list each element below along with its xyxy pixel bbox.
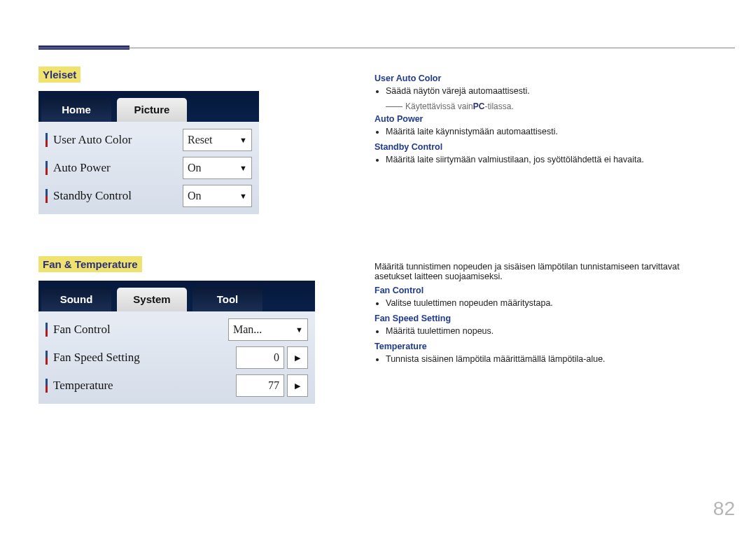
note-user-auto-color: Käytettävissä vain PC -tilassa. [386, 101, 718, 111]
header-rule [38, 48, 735, 48]
label-temperature: Temperature [53, 379, 236, 393]
device-screenshot-fan-temp: Sound System Tool Fan Control Man... ▼ [38, 281, 315, 404]
select-value: Man... [233, 323, 262, 336]
bullet-user-auto-color: Säädä näytön värejä automaattisesti. [386, 86, 718, 96]
input-value: 0 [274, 351, 279, 364]
bullet-standby-control: Määritä laite siirtymään valmiustilaan, … [386, 155, 718, 164]
tab-system[interactable]: System [117, 288, 187, 311]
tab-tool[interactable]: Tool [192, 288, 262, 311]
stepper-fan-speed[interactable]: ▶ [287, 346, 308, 369]
row-indicator [46, 133, 48, 147]
chevron-right-icon: ▶ [295, 381, 300, 391]
select-value: On [188, 190, 202, 202]
intro-fan-temp: Määritä tunnistimen nopeuden ja sisäisen… [374, 262, 718, 281]
select-value: On [188, 162, 202, 174]
bullet-fan-speed: Määritä tuulettimen nopeus. [386, 326, 718, 336]
note-text-bold: PC [473, 101, 485, 111]
bullet-temperature: Tunnista sisäinen lämpötila määrittämäll… [386, 354, 718, 364]
note-text-suffix: -tilassa. [484, 101, 513, 111]
label-fan-control: Fan Control [53, 323, 228, 337]
section2-title: Fan & Temperature [38, 256, 142, 272]
chevron-right-icon: ▶ [295, 353, 300, 363]
select-user-auto-color[interactable]: Reset ▼ [183, 129, 252, 151]
heading-standby-control: Standby Control [374, 142, 718, 152]
note-text-prefix: Käytettävissä vain [405, 101, 473, 111]
select-fan-control[interactable]: Man... ▼ [228, 318, 308, 341]
row-indicator [46, 189, 48, 203]
input-fan-speed[interactable]: 0 [236, 346, 284, 369]
row-indicator [46, 379, 48, 393]
page-number: 82 [713, 498, 735, 520]
section1-title: Yleiset [38, 66, 80, 83]
chevron-down-icon: ▼ [239, 164, 247, 172]
stepper-temperature[interactable]: ▶ [287, 374, 308, 397]
row-user-auto-color: User Auto Color Reset ▼ [38, 126, 259, 154]
label-standby-control: Standby Control [53, 189, 183, 203]
bullet-fan-control: Valitse tuulettimen nopeuden määritystap… [386, 298, 718, 308]
label-fan-speed: Fan Speed Setting [53, 351, 236, 365]
note-dash-icon [386, 106, 402, 107]
heading-auto-power: Auto Power [374, 114, 718, 124]
row-temperature: Temperature 77 ▶ [38, 372, 315, 400]
label-user-auto-color: User Auto Color [53, 133, 183, 147]
row-indicator [46, 161, 48, 175]
row-auto-power: Auto Power On ▼ [38, 154, 259, 182]
chevron-down-icon: ▼ [239, 192, 247, 200]
bullet-auto-power: Määritä laite käynnistymään automaattise… [386, 127, 718, 136]
label-auto-power: Auto Power [53, 161, 183, 175]
tab-sound[interactable]: Sound [41, 288, 111, 311]
select-standby-control[interactable]: On ▼ [183, 185, 252, 207]
chevron-down-icon: ▼ [239, 136, 247, 144]
tab-home[interactable]: Home [41, 98, 111, 122]
heading-temperature: Temperature [374, 342, 718, 351]
row-indicator [46, 323, 48, 337]
row-fan-speed: Fan Speed Setting 0 ▶ [38, 344, 315, 372]
input-temperature[interactable]: 77 [236, 374, 284, 397]
row-indicator [46, 351, 48, 365]
select-auto-power[interactable]: On ▼ [183, 157, 252, 179]
input-value: 77 [268, 379, 279, 392]
device-screenshot-yleiset: Home Picture User Auto Color Reset ▼ [38, 91, 259, 214]
select-value: Reset [188, 134, 213, 146]
heading-fan-control: Fan Control [374, 286, 718, 295]
chevron-down-icon: ▼ [295, 325, 303, 334]
heading-user-auto-color: User Auto Color [374, 73, 718, 83]
heading-fan-speed: Fan Speed Setting [374, 314, 718, 323]
tab-picture[interactable]: Picture [117, 98, 187, 122]
row-standby-control: Standby Control On ▼ [38, 182, 259, 210]
row-fan-control: Fan Control Man... ▼ [38, 316, 315, 344]
